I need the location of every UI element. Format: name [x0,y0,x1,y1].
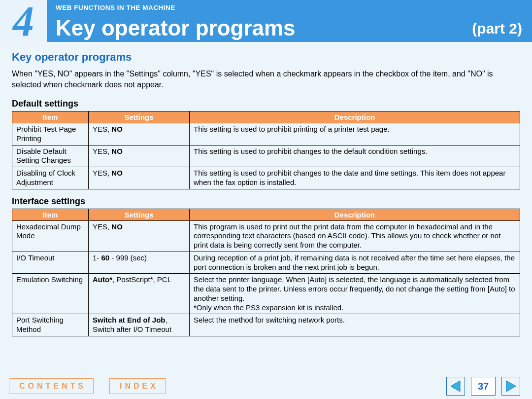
interface-settings-heading: Interface settings [12,196,520,207]
triangle-left-icon [449,380,462,393]
cell-description: This setting is used to prohibit printin… [190,123,520,145]
cell-item: Emulation Switching [12,274,89,314]
cell-description: This program is used to print out the pr… [190,220,520,252]
cell-description: This setting is used to prohibit changes… [190,145,520,167]
default-settings-heading: Default settings [12,99,520,109]
nav-prev-button[interactable] [446,377,465,396]
page-number: 37 [471,377,496,396]
cell-description: Select the printer language. When [Auto]… [190,274,520,314]
banner-kicker: WEB FUNCTIONS IN THE MACHINE [56,4,175,11]
cell-settings: Switch at End of Job, Switch after I/O T… [89,314,190,336]
chapter-banner: 4 WEB FUNCTIONS IN THE MACHINE Key opera… [0,0,532,42]
default-settings-table: Item Settings Description Prohibit Test … [12,111,520,189]
contents-button[interactable]: CONTENTS [9,378,94,394]
svg-marker-0 [451,381,460,392]
table-row: Hexadecimal Dump ModeYES, NOThis program… [12,220,520,252]
banner-part: (part 2) [472,20,522,37]
cell-item: Port Switching Method [12,314,89,336]
section-title: Key operator programs [12,51,520,64]
cell-settings: Auto*, PostScript*, PCL [89,274,190,314]
col-item: Item [12,111,89,123]
cell-description: This setting is used to prohibit changes… [190,167,520,189]
col-description: Description [190,111,520,123]
col-settings: Settings [89,209,190,220]
table-row: Port Switching MethodSwitch at End of Jo… [12,314,520,336]
col-description: Description [190,209,520,220]
cell-settings: YES, NO [89,167,190,189]
page-footer: CONTENTS INDEX 37 [0,373,532,399]
triangle-right-icon [504,380,517,393]
table-row: Disabling of Clock AdjustmentYES, NOThis… [12,167,520,189]
banner-right: WEB FUNCTIONS IN THE MACHINE Key operato… [47,0,532,42]
interface-settings-table: Item Settings Description Hexadecimal Du… [12,209,520,336]
chapter-number-box: 4 [0,0,47,42]
col-settings: Settings [89,111,190,123]
col-item: Item [12,209,89,220]
nav-next-button[interactable] [501,377,520,396]
table-row: Disable Default Setting ChangesYES, NOTh… [12,145,520,167]
table-row: I/O Timeout1- 60 - 999 (sec)During recep… [12,252,520,274]
page-content: Key operator programs When "YES, NO" app… [0,42,532,336]
cell-item: Disable Default Setting Changes [12,145,89,167]
svg-marker-1 [506,381,516,392]
cell-description: During reception of a print job, if rema… [190,252,520,274]
cell-settings: 1- 60 - 999 (sec) [89,252,190,274]
cell-description: Select the method for switching network … [190,314,520,336]
cell-settings: YES, NO [89,145,190,167]
intro-text: When "YES, NO" appears in the "Settings"… [12,69,520,90]
cell-settings: YES, NO [89,220,190,252]
cell-item: I/O Timeout [12,252,89,274]
table-row: Prohibit Test Page PrintingYES, NOThis s… [12,123,520,145]
index-button[interactable]: INDEX [109,378,166,394]
cell-item: Hexadecimal Dump Mode [12,220,89,252]
cell-settings: YES, NO [89,123,190,145]
banner-title: Key operator programs [56,17,522,39]
chapter-number: 4 [13,0,34,42]
cell-item: Prohibit Test Page Printing [12,123,89,145]
table-row: Emulation SwitchingAuto*, PostScript*, P… [12,274,520,314]
cell-item: Disabling of Clock Adjustment [12,167,89,189]
